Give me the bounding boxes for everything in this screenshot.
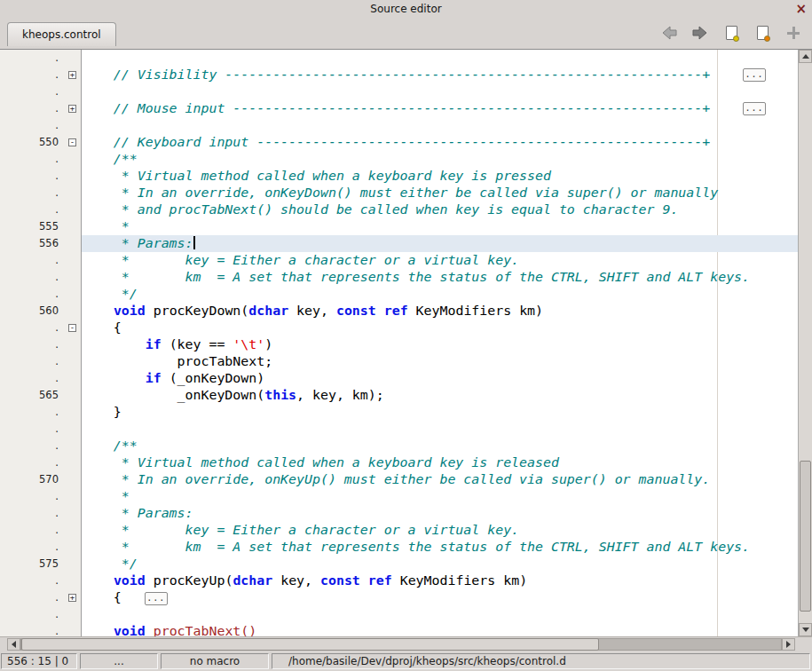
h-scroll-thumb[interactable] (21, 638, 599, 651)
line-number: 555 (0, 218, 64, 235)
code-text[interactable]: // Mouse input -------------------------… (82, 100, 798, 117)
fold-column (64, 556, 82, 572)
code-line: . * (0, 488, 798, 505)
line-number: . (0, 438, 64, 454)
line-number: . (0, 589, 64, 606)
code-text[interactable]: */ (82, 556, 798, 572)
fold-ellipsis-box[interactable]: ... (743, 102, 766, 115)
v-scroll-thumb[interactable] (800, 461, 811, 612)
fold-marker-icon[interactable]: - (68, 138, 76, 146)
code-text[interactable]: * In an override, onKeyUp() must either … (82, 471, 798, 488)
code-text[interactable]: * Params: (82, 235, 798, 252)
code-text[interactable]: if (_onKeyDown) (82, 370, 798, 387)
code-segment: const (320, 572, 360, 588)
code-segment (360, 572, 368, 588)
scroll-right-button[interactable] (782, 638, 795, 651)
fold-ellipsis-box[interactable]: ... (145, 592, 168, 605)
code-text[interactable]: * km = A set that represents the status … (82, 269, 798, 286)
nav-forward-button[interactable] (690, 24, 710, 42)
code-text[interactable]: if (key == '\t') (82, 336, 798, 353)
code-line: 556 * Params: (0, 235, 798, 252)
code-text[interactable]: /** (82, 151, 798, 168)
line-number: 565 (0, 387, 64, 404)
code-text[interactable]: /** (82, 438, 798, 454)
document-orange-button[interactable] (753, 24, 772, 42)
code-text[interactable]: * (82, 218, 798, 235)
dock-handle[interactable] (784, 24, 803, 42)
code-segment: * Virtual method called when a keyboard … (82, 168, 551, 184)
fold-marker-icon[interactable]: + (68, 594, 76, 602)
fold-column (64, 539, 82, 556)
code-text[interactable]: * (82, 488, 798, 505)
code-text[interactable]: } (82, 404, 798, 421)
up-arrow-icon (802, 54, 809, 59)
tabbar: kheops.control (0, 18, 812, 50)
code-text[interactable]: void procTabNext() (82, 623, 798, 636)
fold-column (64, 303, 82, 320)
code-text[interactable]: * and procTabNext() should be called whe… (82, 201, 798, 218)
line-number: . (0, 606, 64, 623)
code-line: .+ {... (0, 589, 798, 606)
code-text[interactable]: * key = Either a character or a virtual … (82, 522, 798, 539)
code-segment: // Keyboard input ----------------------… (82, 134, 710, 150)
nav-back-button[interactable] (659, 24, 679, 42)
code-text[interactable] (82, 421, 798, 438)
code-segment: * key = Either a character or a virtual … (82, 252, 519, 268)
tab-kheops-control[interactable]: kheops.control (7, 22, 116, 46)
code-segment: void (114, 572, 146, 588)
code-line: . * key = Either a character or a virtua… (0, 522, 798, 539)
fold-column (64, 606, 82, 623)
scroll-down-button[interactable] (799, 623, 812, 636)
code-segment: // Visibility --------------------------… (82, 67, 710, 83)
code-text[interactable]: * km = A set that represents the status … (82, 539, 798, 556)
code-line: . (0, 421, 798, 438)
code-text[interactable]: procTabNext; (82, 353, 798, 370)
code-line: . (0, 50, 798, 67)
code-text[interactable]: * Virtual method called when a keyboard … (82, 168, 798, 185)
fold-ellipsis-box[interactable]: ... (743, 68, 766, 82)
fold-marker-icon[interactable]: - (68, 324, 76, 332)
code-segment: * Params: (82, 235, 193, 251)
code-segment: ) (264, 336, 272, 352)
h-scrollbar[interactable] (7, 638, 795, 651)
code-segment (82, 572, 114, 588)
code-text[interactable]: { (82, 320, 798, 336)
h-scroll-track[interactable] (20, 638, 782, 651)
code-text[interactable]: * Virtual method called when a keyboard … (82, 454, 798, 471)
fold-marker-icon[interactable]: + (68, 105, 76, 113)
code-text[interactable]: void procKeyDown(dchar key, const ref Ke… (82, 303, 798, 320)
code-text[interactable]: * key = Either a character or a virtual … (82, 252, 798, 269)
code-text[interactable]: */ (82, 286, 798, 303)
code-line: . if (_onKeyDown) (0, 370, 798, 387)
v-scroll-track[interactable] (799, 63, 812, 623)
line-number: . (0, 505, 64, 522)
fold-column (64, 286, 82, 303)
close-icon[interactable]: × (795, 0, 807, 18)
code-line: . * Virtual method called when a keyboar… (0, 454, 798, 471)
line-number: . (0, 185, 64, 201)
code-text[interactable]: * Params: (82, 505, 798, 522)
scroll-left-button[interactable] (7, 638, 20, 651)
code-text[interactable]: * In an override, onKeyDown() must eithe… (82, 185, 798, 201)
document-yellow-button[interactable] (721, 24, 741, 42)
code-segment: dchar (248, 303, 288, 319)
code-text[interactable]: void procKeyUp(dchar key, const ref KeyM… (82, 572, 798, 589)
line-number: . (0, 168, 64, 185)
code-text[interactable] (82, 606, 798, 623)
code-text[interactable]: // Visibility --------------------------… (82, 67, 798, 83)
line-number: . (0, 67, 64, 83)
v-scrollbar[interactable] (798, 50, 812, 636)
fold-column (64, 471, 82, 488)
code-line: . void procKeyUp(dchar key, const ref Ke… (0, 572, 798, 589)
code-text[interactable] (82, 117, 798, 134)
code-text[interactable]: {... (82, 589, 798, 606)
code-text[interactable]: _onKeyDown(this, key, km); (82, 387, 798, 404)
fold-column (64, 488, 82, 505)
titlebar[interactable]: Source editor × (0, 0, 812, 18)
code-text[interactable]: // Keyboard input ----------------------… (82, 134, 798, 151)
fold-marker-icon[interactable]: + (68, 71, 76, 79)
scroll-up-button[interactable] (799, 50, 812, 63)
code-text[interactable] (82, 83, 798, 100)
right-arrow-icon (786, 641, 791, 648)
code-text[interactable] (82, 50, 798, 67)
